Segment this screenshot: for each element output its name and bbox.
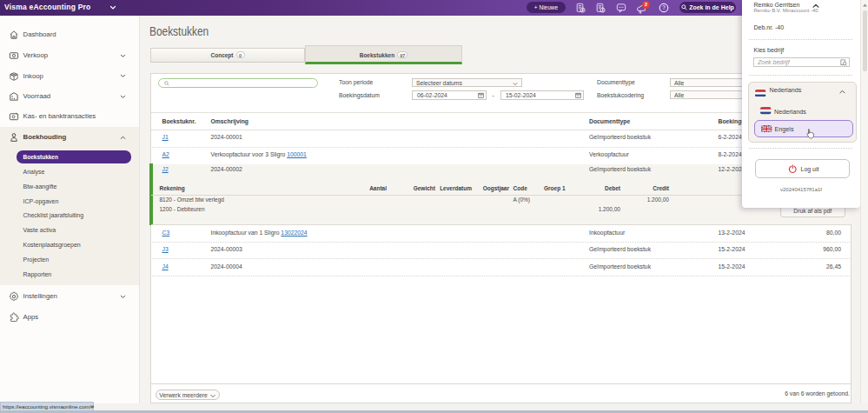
svg-text:?: ? xyxy=(662,4,666,10)
